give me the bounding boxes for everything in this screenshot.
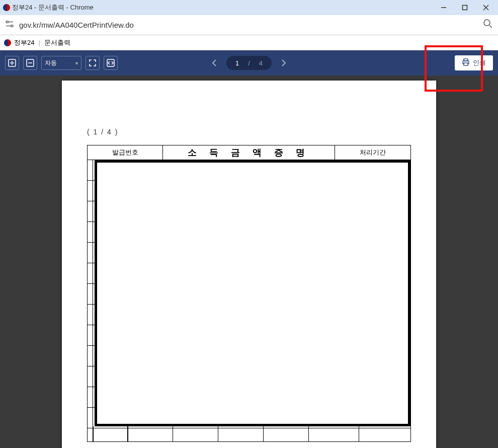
fullscreen-button[interactable] <box>86 56 100 70</box>
window-title-text: 정부24 - 문서출력 - Chrome <box>12 3 94 12</box>
print-button[interactable]: 인쇄 <box>455 55 493 70</box>
document-viewer[interactable]: ( 1 / 4 ) 발급번호 소 득 금 액 증 명 처리기간 <box>0 76 498 448</box>
doc-header-issue-no: 발급번호 <box>88 145 163 160</box>
print-button-label: 인쇄 <box>473 58 486 67</box>
zoom-mode-label: 자동 <box>45 59 57 67</box>
zoom-out-button[interactable] <box>23 56 37 70</box>
url-text[interactable]: gov.kr/mw/AA040CertPrintView.do <box>19 21 478 29</box>
svg-rect-18 <box>464 63 468 65</box>
page-indicator-pill: 1 / 4 <box>226 56 272 70</box>
maximize-icon[interactable] <box>461 4 469 12</box>
printer-icon <box>462 58 470 68</box>
prev-page-button[interactable] <box>209 58 219 68</box>
doc-header-process-period: 처리기간 <box>335 145 410 160</box>
document-header-row: 발급번호 소 득 금 액 증 명 처리기간 <box>87 145 411 160</box>
pdf-toolbar: 자동 ▾ 1 / 4 인쇄 <box>0 50 498 76</box>
document-body-table <box>87 160 411 442</box>
section-name: 문서출력 <box>44 38 70 47</box>
redacted-overlay <box>95 160 410 426</box>
taegeuk-icon <box>3 4 10 11</box>
next-page-button[interactable] <box>279 58 289 68</box>
document-bottom-row <box>88 426 410 441</box>
svg-line-9 <box>489 25 492 28</box>
page-separator: / <box>248 59 250 67</box>
fit-width-button[interactable] <box>104 56 118 70</box>
svg-rect-4 <box>6 21 9 23</box>
total-pages: 4 <box>259 59 263 67</box>
svg-rect-1 <box>463 6 467 10</box>
page-counter-text: ( 1 / 4 ) <box>87 128 411 136</box>
svg-point-8 <box>484 20 490 26</box>
doc-title: 소 득 금 액 증 명 <box>163 145 335 160</box>
zoom-indicator-icon[interactable] <box>483 19 493 31</box>
zoom-in-button[interactable] <box>5 56 19 70</box>
address-bar: gov.kr/mw/AA040CertPrintView.do <box>0 15 498 35</box>
window-titlebar: 정부24 - 문서출력 - Chrome <box>0 0 498 15</box>
page-navigator: 1 / 4 <box>209 56 289 70</box>
zoom-mode-select[interactable]: 자동 ▾ <box>41 56 81 70</box>
document-page: ( 1 / 4 ) 발급번호 소 득 금 액 증 명 처리기간 <box>62 81 436 448</box>
close-icon[interactable] <box>482 4 490 12</box>
chevron-down-icon: ▾ <box>75 60 78 66</box>
svg-rect-6 <box>11 25 13 27</box>
breadcrumb-separator: | <box>38 39 40 46</box>
gov24-logo-icon <box>4 39 11 46</box>
page-header: 정부24 | 문서출력 <box>0 35 498 50</box>
current-page[interactable]: 1 <box>235 59 239 67</box>
site-name: 정부24 <box>14 38 34 47</box>
minimize-icon[interactable] <box>440 4 448 12</box>
site-settings-icon[interactable] <box>5 20 14 30</box>
